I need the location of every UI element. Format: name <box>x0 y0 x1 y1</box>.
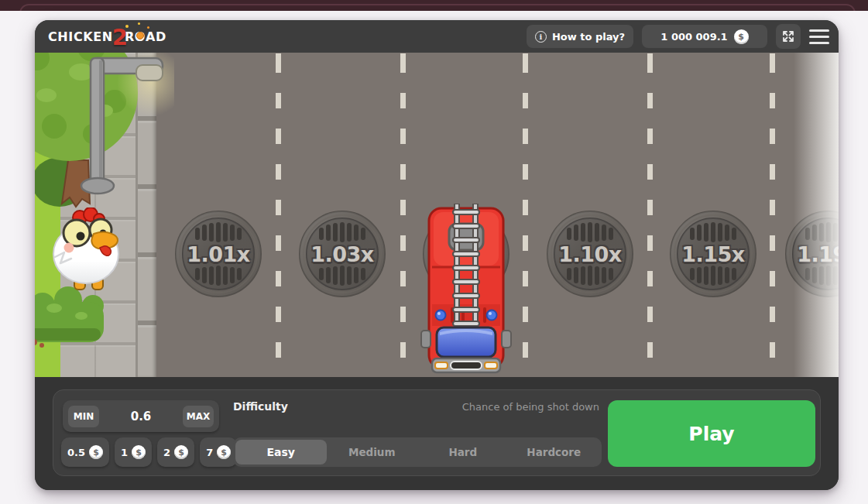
quick-bet-amount: 1 <box>121 447 128 458</box>
bush <box>35 285 124 377</box>
control-bar: MIN 0.6 MAX 0.5$1$2$7$ Difficulty Chance… <box>35 377 839 490</box>
quick-bet-0.5[interactable]: 0.5$ <box>61 437 109 467</box>
how-to-play-label: How to play? <box>552 31 625 43</box>
difficulty-option-hardcore[interactable]: Hardcore <box>509 440 600 465</box>
balance-value: 1 000 009.1 <box>660 31 727 43</box>
fullscreen-button[interactable] <box>776 24 801 49</box>
logo-text-chicken: CHICKEN <box>48 29 113 44</box>
coin-icon: $ <box>132 445 146 459</box>
bet-max-button[interactable]: MAX <box>183 406 214 427</box>
lane-divider <box>770 53 775 377</box>
logo-text-o: O <box>135 29 146 44</box>
menu-button[interactable] <box>809 24 829 49</box>
difficulty-option-medium[interactable]: Medium <box>327 440 418 465</box>
chance-label: Chance of being shot down <box>379 401 599 413</box>
lane-divider <box>523 53 528 377</box>
quick-bet-2[interactable]: 2$ <box>157 437 194 467</box>
manhole-multiplier: 1.03x <box>298 210 386 298</box>
balance-display: 1 000 009.1 $ <box>642 25 767 48</box>
street-lamp <box>77 53 174 204</box>
difficulty-option-easy[interactable]: Easy <box>235 440 327 465</box>
right-edge-fade <box>794 53 839 377</box>
bet-value[interactable]: 0.6 <box>131 410 152 423</box>
logo-confetti-icon <box>147 26 149 29</box>
fullscreen-expand-icon <box>781 29 795 43</box>
how-to-play-button[interactable]: i How to play? <box>527 25 633 48</box>
difficulty-label: Difficulty <box>233 400 288 413</box>
quick-bet-1[interactable]: 1$ <box>115 437 152 467</box>
quick-bet-7[interactable]: 7$ <box>200 437 237 467</box>
coin-icon: $ <box>217 445 231 459</box>
bet-amount-control: MIN 0.6 MAX <box>63 400 219 432</box>
difficulty-option-hard[interactable]: Hard <box>417 440 509 465</box>
logo-text-ad: AD <box>146 29 166 44</box>
play-button[interactable]: Play <box>608 400 815 467</box>
bet-min-button[interactable]: MIN <box>68 406 99 427</box>
manhole-multiplier: 1.01x <box>174 210 262 298</box>
control-panel: MIN 0.6 MAX 0.5$1$2$7$ Difficulty Chance… <box>53 389 821 476</box>
coin-icon: $ <box>174 445 188 459</box>
coin-icon: $ <box>734 29 749 44</box>
logo-text-2: 2 <box>112 26 128 49</box>
lane-divider <box>276 53 281 377</box>
fire-truck <box>420 204 513 377</box>
quick-bet-amount: 0.5 <box>67 447 85 458</box>
quick-bet-amount: 2 <box>163 447 170 458</box>
browser-top-strip <box>0 0 868 11</box>
logo-confetti-icon <box>138 22 140 25</box>
quick-bet-row: 0.5$1$2$7$ <box>61 437 237 467</box>
browser-frame-outline <box>19 4 856 11</box>
manhole-multiplier: 1.10x <box>546 210 634 298</box>
playfield: 1.01x <box>35 53 839 377</box>
lane-divider <box>647 53 653 377</box>
difficulty-selector: EasyMediumHardHardcore <box>233 437 602 467</box>
info-icon: i <box>535 31 547 43</box>
logo-chick-icon <box>136 32 144 39</box>
coin-icon: $ <box>89 445 103 459</box>
lane-divider <box>400 53 406 377</box>
logo: CHICKEN2ROAD <box>48 20 166 53</box>
game-header: CHICKEN2ROAD i How to play? 1 000 009.1 … <box>35 20 839 53</box>
chicken <box>46 207 132 294</box>
manhole-multiplier: 1.15x <box>669 210 757 298</box>
quick-bet-amount: 7 <box>206 447 213 458</box>
game-window: CHICKEN2ROAD i How to play? 1 000 009.1 … <box>35 20 839 490</box>
